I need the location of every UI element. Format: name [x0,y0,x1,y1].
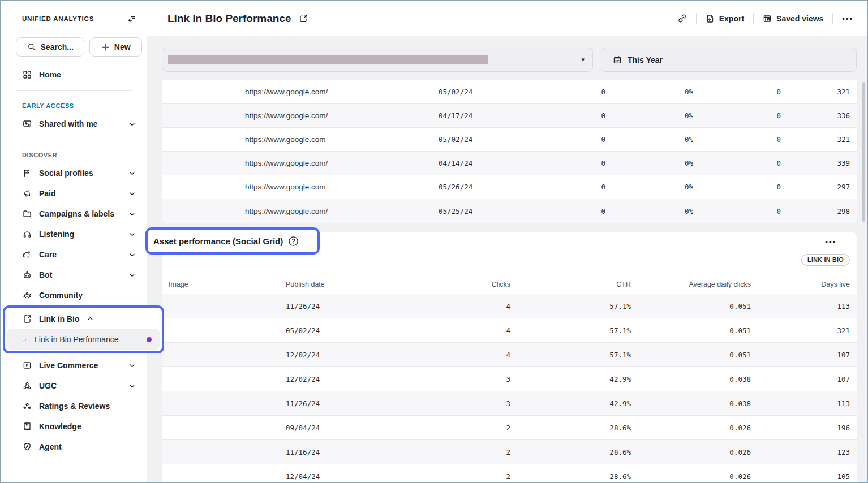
avg-daily-clicks-cell: 0.026 [631,448,751,456]
chevron-up-icon [87,316,93,322]
avg-daily-clicks-cell: 0.026 [631,472,751,481]
avg-daily-clicks-cell: 0 [693,207,781,215]
asset-table-row[interactable]: 09/04/24 2 28.6% 0.026 196 [162,416,857,440]
links-table-row[interactable]: https://www.google.com/ 05/02/24 0 0% 0 … [162,80,857,104]
sidebar-item-care[interactable]: Care [1,244,147,265]
link-url-cell[interactable]: https://www.google.com/ [245,111,439,120]
publish-date-cell: 04/14/24 [439,159,485,167]
selected-indicator-dot [147,337,152,342]
asset-table-row[interactable]: 11/26/24 4 57.1% 0.051 113 [162,294,857,318]
links-table-row[interactable]: https://www.google.com/ 04/17/24 0 0% 0 … [162,104,857,128]
flag-icon [23,169,32,178]
clicks-cell: 0 [485,183,605,191]
links-table-row[interactable]: https://www.google.com 05/26/24 0 0% 0 2… [162,175,857,199]
links-table-row[interactable]: https://www.google.com/ 04/14/24 0 0% 0 … [162,152,857,175]
sidebar-item-home[interactable]: Home [1,64,147,85]
sidebar-item-social-profiles[interactable]: Social profiles [1,163,147,183]
external-link-icon[interactable] [299,14,308,23]
asset-performance-card: ••• LINK IN BIO Image Publish date Click… [162,232,857,483]
ugc-icon [23,381,32,390]
vertical-scrollbar[interactable] [862,82,865,222]
saved-views-button[interactable]: Saved views [763,14,823,23]
asset-table-row[interactable]: 12/02/24 3 42.9% 0.038 107 [162,367,857,391]
days-live-cell: 321 [751,326,850,335]
new-button[interactable]: New [89,37,142,57]
sidebar-item-community[interactable]: Community [1,285,147,305]
chevron-down-icon [129,252,135,258]
sidebar-item-paid[interactable]: Paid [1,183,147,204]
dropdown-caret-icon: ▾ [581,56,585,63]
avg-daily-clicks-cell: 0.026 [631,424,751,432]
widget-more-options-button[interactable]: ••• [825,238,836,246]
days-live-cell: 336 [781,111,850,120]
sidebar-item-agent[interactable]: Agent [1,437,147,457]
avg-daily-clicks-cell: 0.051 [631,302,751,310]
chevron-down-icon [129,383,135,389]
link-url-cell[interactable]: https://www.google.com/ [245,88,439,96]
links-table-row[interactable]: https://www.google.com 05/02/24 0 0% 0 3… [162,128,857,152]
ctr-cell: 0% [605,111,693,120]
shared-with-me-label: Shared with me [39,119,97,128]
export-icon [706,14,715,23]
sidebar-item-link-in-bio[interactable]: Link in Bio [7,309,160,329]
publish-date-cell: 11/26/24 [286,302,390,310]
link-url-cell[interactable]: https://www.google.com/ [245,159,439,167]
sidebar: UNIFIED ANALYTICS Search... New Home EAR… [1,1,147,482]
chevron-down-icon [129,211,135,217]
page-header: Link in Bio Performance Export Saved vie… [147,1,867,36]
publish-date-cell: 12/02/24 [286,375,390,383]
ctr-cell: 0% [605,183,693,191]
help-icon[interactable] [288,236,299,247]
avg-daily-clicks-cell: 0 [693,88,781,96]
sidebar-item-listening[interactable]: Listening [1,224,147,244]
home-label: Home [39,70,61,79]
publish-date-cell: 05/02/24 [286,326,390,335]
asset-table-row[interactable]: 11/16/24 2 28.6% 0.026 123 [162,440,857,464]
clicks-cell: 0 [485,207,605,215]
sidebar-item-ratings-reviews[interactable]: Ratings & Reviews [1,396,147,416]
sidebar-item-knowledge[interactable]: Knowledge [1,416,147,437]
sidebar-item-link-in-bio-performance[interactable]: Link in Bio Performance [7,329,160,350]
knowledge-book-icon [23,422,32,431]
ctr-cell: 42.9% [510,399,631,408]
link-url-cell[interactable]: https://www.google.com [245,135,439,144]
link-in-bio-badge[interactable]: LINK IN BIO [801,254,850,266]
sidebar-item-bot[interactable]: Bot [1,265,147,285]
folder-icon [23,209,32,218]
chevron-down-icon [129,363,135,369]
links-table-row[interactable]: https://www.google.com/ 05/25/24 0 0% 0 … [162,199,857,223]
clicks-cell: 4 [390,351,510,359]
annotation-box-widget-title: Asset performance (Social Grid) [145,227,320,255]
chevron-down-icon [129,272,135,278]
asset-table-row[interactable]: 05/02/24 4 57.1% 0.051 321 [162,318,857,343]
search-icon [27,42,36,51]
link-url-cell[interactable]: https://www.google.com/ [245,207,439,215]
saved-views-icon [763,14,772,23]
days-live-cell: 113 [751,399,850,408]
more-options-button[interactable]: ••• [842,14,853,23]
search-button[interactable]: Search... [16,37,84,57]
chevron-down-icon [129,121,135,127]
sidebar-item-ugc[interactable]: UGC [1,376,147,396]
asset-table-row[interactable]: 12/02/24 4 57.1% 0.051 107 [162,343,857,367]
asset-table-row[interactable]: 12/04/24 2 28.6% 0.026 105 [162,464,857,483]
asset-table-row[interactable]: 11/26/24 3 42.9% 0.038 113 [162,391,857,416]
ctr-cell: 0% [605,135,693,144]
filter-dropdown[interactable]: ▾ [162,48,593,72]
chevron-down-icon [129,191,135,197]
sidebar-item-campaigns-labels[interactable]: Campaigns & labels [1,204,147,224]
date-range-picker[interactable]: This Year [601,48,857,72]
sidebar-item-live-commerce[interactable]: Live Commerce [1,355,147,376]
copy-link-icon[interactable] [677,14,687,23]
ctr-cell: 0% [605,207,693,215]
date-range-value: This Year [628,55,663,64]
ratings-stars-icon [23,402,32,411]
export-button[interactable]: Export [706,14,744,23]
clicks-cell: 2 [390,472,510,481]
subitem-bullet [23,338,26,341]
collapse-sidebar-icon[interactable] [126,14,136,24]
link-url-cell[interactable]: https://www.google.com [245,183,439,191]
sidebar-item-shared-with-me[interactable]: Shared with me [1,114,147,134]
clicks-cell: 2 [390,424,510,432]
avg-daily-clicks-cell: 0.038 [631,375,751,383]
